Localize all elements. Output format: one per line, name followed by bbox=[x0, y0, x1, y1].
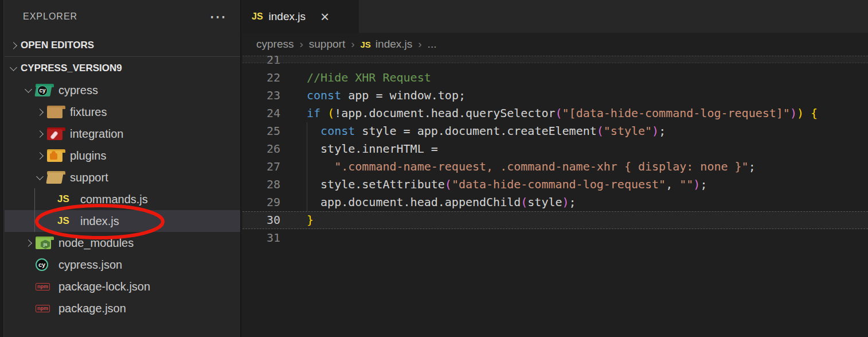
open-editors-label: OPEN EDITORS bbox=[21, 40, 94, 51]
breadcrumb-item-index-js[interactable]: JSindex.js bbox=[361, 38, 413, 51]
icon-slot: js bbox=[36, 237, 58, 249]
open-folder-icon bbox=[47, 172, 62, 184]
code-line-22[interactable]: 22//Hide XHR Request bbox=[243, 69, 868, 87]
explorer-header: EXPLORER ⋯ bbox=[5, 0, 240, 33]
tree-item-index-js[interactable]: JSindex.js bbox=[5, 210, 240, 232]
tree-item-label: node_modules bbox=[58, 237, 134, 250]
code-line-28[interactable]: 28 style.setAttribute("data-hide-command… bbox=[243, 176, 868, 193]
token-string: "style" bbox=[604, 124, 652, 138]
npm-file-icon: npm bbox=[36, 283, 50, 290]
breadcrumb-item----[interactable]: ... bbox=[428, 38, 437, 51]
token-plain: style.innerHTML = bbox=[307, 142, 438, 156]
chevron-down-icon[interactable] bbox=[6, 67, 21, 70]
token-comment: //Hide XHR Request bbox=[307, 71, 431, 84]
icon-slot: npm bbox=[36, 283, 58, 290]
line-text: ".command-name-request, .command-name-xh… bbox=[307, 158, 756, 176]
chevron-right-icon[interactable] bbox=[21, 241, 36, 246]
chevron-down-icon[interactable] bbox=[21, 89, 36, 92]
chevron-right-icon[interactable] bbox=[32, 110, 47, 115]
token-bracket2: ( bbox=[521, 195, 527, 209]
token-string: ".command-name-request, .command-name-xh… bbox=[334, 160, 748, 173]
integration-folder-icon bbox=[47, 128, 62, 140]
tree-item-label: fixtures bbox=[70, 106, 107, 119]
token-plain: !app.document.head.querySelector bbox=[334, 106, 555, 120]
token-bracket1: { bbox=[811, 106, 818, 120]
more-actions-icon[interactable]: ⋯ bbox=[209, 11, 226, 22]
tree-item-cypress-json[interactable]: cycypress.json bbox=[5, 254, 240, 276]
tree-item-label: cypress.json bbox=[58, 258, 122, 272]
icon-slot: cy bbox=[36, 84, 58, 96]
tree-item-commands-js[interactable]: JScommands.js bbox=[5, 188, 240, 210]
tree-indent-guide bbox=[34, 188, 35, 232]
line-text: //Hide XHR Request bbox=[307, 69, 431, 87]
tree-item-label: index.js bbox=[80, 215, 119, 228]
token-plain: style = app.document.createElement bbox=[355, 124, 596, 138]
tree-item-integration[interactable]: integration bbox=[5, 123, 240, 145]
code-line-23[interactable]: 23const app = window.top; bbox=[243, 87, 868, 104]
line-number: 22 bbox=[243, 69, 280, 87]
tree-item-package-lock-json[interactable]: npmpackage-lock.json bbox=[5, 276, 240, 297]
breadcrumb-item-cypress[interactable]: cypress bbox=[256, 38, 294, 51]
icon-slot: npm bbox=[36, 305, 58, 312]
breadcrumb: cypress›support›JSindex.js›... bbox=[243, 33, 868, 56]
line-number: 27 bbox=[243, 158, 280, 176]
open-editors-section[interactable]: OPEN EDITORS bbox=[5, 34, 240, 57]
js-file-icon: JS bbox=[57, 215, 69, 227]
line-text: if (!app.document.head.querySelector("[d… bbox=[307, 104, 818, 122]
token-plain: app = window.top; bbox=[341, 88, 466, 102]
token-plain: app.document.head.appendChild bbox=[307, 195, 521, 209]
token-keyword: const bbox=[307, 88, 341, 102]
tree-item-package-json[interactable]: npmpackage.json bbox=[5, 297, 240, 319]
code-line-24[interactable]: 24if (!app.document.head.querySelector("… bbox=[243, 104, 868, 122]
line-number: 25 bbox=[243, 122, 280, 140]
token-plain: ; bbox=[659, 124, 666, 138]
tree-item-cypress[interactable]: cycypress bbox=[5, 79, 240, 101]
token-plain: , bbox=[666, 177, 679, 191]
chevron-down-icon[interactable] bbox=[32, 176, 47, 179]
explorer-title: EXPLORER bbox=[23, 11, 77, 22]
breadcrumb-label: support bbox=[309, 38, 345, 51]
line-text: style.setAttribute("data-hide-command-lo… bbox=[307, 176, 707, 193]
close-icon[interactable]: × bbox=[320, 11, 329, 22]
tree-item-node-modules[interactable]: jsnode_modules bbox=[5, 232, 240, 254]
js-file-icon: JS bbox=[57, 193, 69, 205]
token-plain bbox=[804, 106, 811, 120]
token-plain: ; bbox=[749, 160, 756, 173]
token-bracket2: ) bbox=[652, 124, 659, 138]
tree-item-support[interactable]: support bbox=[5, 166, 240, 188]
breadcrumb-label: index.js bbox=[376, 38, 412, 51]
code-line-30[interactable]: 30} bbox=[243, 211, 868, 229]
tab-index-js[interactable]: JS index.js × bbox=[243, 0, 359, 33]
code-line-27[interactable]: 27 ".command-name-request, .command-name… bbox=[243, 158, 868, 176]
chevron-right-icon[interactable] bbox=[32, 153, 47, 158]
token-plain bbox=[320, 106, 327, 120]
code-editor[interactable]: 2122//Hide XHR Request23const app = wind… bbox=[243, 56, 868, 337]
token-plain: ; bbox=[700, 177, 707, 191]
breadcrumb-item-support[interactable]: support bbox=[309, 38, 345, 51]
code-line-29[interactable]: 29 app.document.head.appendChild(style); bbox=[243, 193, 868, 211]
line-number: 30 bbox=[243, 211, 280, 229]
tree-item-label: cypress bbox=[58, 84, 98, 97]
line-number: 29 bbox=[243, 193, 280, 211]
code-line-31[interactable]: 31 bbox=[243, 229, 868, 247]
chevron-right-icon[interactable] bbox=[6, 43, 21, 48]
token-string: "" bbox=[679, 177, 693, 191]
code-lines: 2122//Hide XHR Request23const app = wind… bbox=[243, 56, 868, 247]
tree-item-plugins[interactable]: plugins bbox=[5, 145, 240, 166]
sidebar-left-strip bbox=[0, 0, 4, 337]
line-text: } bbox=[307, 211, 314, 229]
explorer-sidebar: EXPLORER ⋯ OPEN EDITORS CYPRESS_VERSION9… bbox=[0, 0, 241, 337]
icon-slot: cy bbox=[36, 258, 58, 271]
token-bracket2: ( bbox=[556, 106, 562, 120]
workspace-root-section[interactable]: CYPRESS_VERSION9 bbox=[5, 57, 240, 79]
line-text: const app = window.top; bbox=[307, 87, 466, 104]
token-plain: style bbox=[527, 195, 562, 209]
tree-item-fixtures[interactable]: fixtures bbox=[5, 101, 240, 123]
icon-slot bbox=[47, 150, 70, 162]
breadcrumb-separator-icon: › bbox=[351, 38, 354, 51]
chevron-right-icon[interactable] bbox=[32, 131, 47, 137]
code-line-26[interactable]: 26 style.innerHTML = bbox=[243, 140, 868, 158]
code-line-25[interactable]: 25 const style = app.document.createElem… bbox=[243, 122, 868, 140]
token-bracket2: ) bbox=[790, 106, 797, 120]
tab-label: index.js bbox=[269, 10, 306, 23]
